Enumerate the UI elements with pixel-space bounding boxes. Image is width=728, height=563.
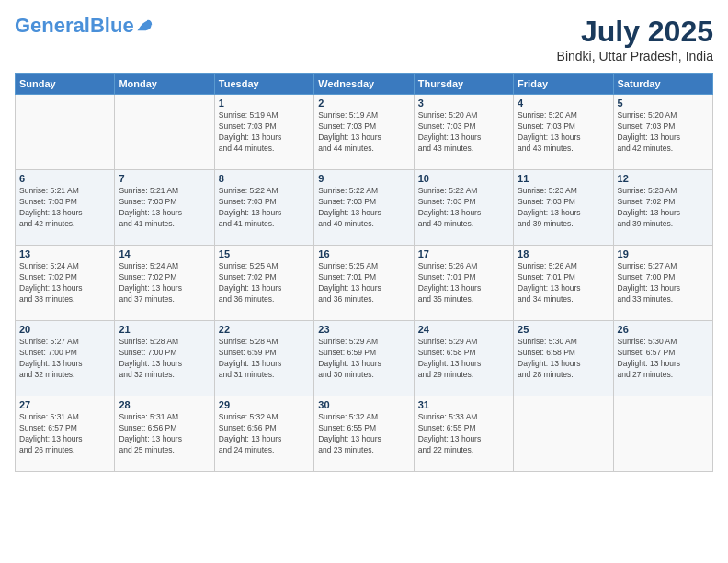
day-cell-22: 22Sunrise: 5:28 AMSunset: 6:59 PMDayligh… [214,321,313,396]
day-cell-6: 6Sunrise: 5:21 AMSunset: 7:03 PMDaylight… [16,170,115,246]
day-number: 7 [119,173,210,184]
day-cell-16: 16Sunrise: 5:25 AMSunset: 7:01 PMDayligh… [314,246,414,321]
weekday-wednesday: Wednesday [314,74,414,95]
weekday-monday: Monday [115,74,214,95]
day-cell-31: 31Sunrise: 5:33 AMSunset: 6:55 PMDayligh… [414,396,513,472]
day-cell-9: 9Sunrise: 5:22 AMSunset: 7:03 PMDaylight… [314,170,414,246]
empty-cell [115,95,214,170]
day-number: 22 [219,324,310,335]
day-info: Sunrise: 5:29 AMSunset: 6:58 PMDaylight:… [418,337,509,381]
logo-icon [136,17,153,34]
day-number: 20 [19,324,110,335]
header: GeneralBlue July 2025 Bindki, Uttar Prad… [15,15,713,63]
week-row-3: 13Sunrise: 5:24 AMSunset: 7:02 PMDayligh… [16,246,713,321]
weekday-tuesday: Tuesday [214,74,313,95]
day-number: 25 [518,324,609,335]
day-info: Sunrise: 5:21 AMSunset: 7:03 PMDaylight:… [119,186,210,230]
day-cell-1: 1Sunrise: 5:19 AMSunset: 7:03 PMDaylight… [214,95,313,170]
weekday-sunday: Sunday [16,74,115,95]
empty-cell [16,95,115,170]
logo: GeneralBlue [15,15,153,37]
day-info: Sunrise: 5:20 AMSunset: 7:03 PMDaylight:… [518,110,609,155]
day-number: 31 [418,399,509,410]
day-number: 3 [418,98,509,109]
day-cell-12: 12Sunrise: 5:23 AMSunset: 7:02 PMDayligh… [613,170,712,246]
day-cell-11: 11Sunrise: 5:23 AMSunset: 7:03 PMDayligh… [514,170,613,246]
day-info: Sunrise: 5:23 AMSunset: 7:03 PMDaylight:… [518,186,609,230]
day-cell-30: 30Sunrise: 5:32 AMSunset: 6:55 PMDayligh… [314,396,414,472]
day-cell-20: 20Sunrise: 5:27 AMSunset: 7:00 PMDayligh… [16,321,115,396]
empty-cell [514,396,613,472]
day-info: Sunrise: 5:32 AMSunset: 6:55 PMDaylight:… [318,412,409,456]
day-info: Sunrise: 5:25 AMSunset: 7:01 PMDaylight:… [318,261,409,305]
day-number: 8 [219,173,310,184]
day-info: Sunrise: 5:28 AMSunset: 7:00 PMDaylight:… [119,337,210,381]
day-info: Sunrise: 5:24 AMSunset: 7:02 PMDaylight:… [119,261,210,305]
location: Bindki, Uttar Pradesh, India [557,49,713,63]
day-info: Sunrise: 5:27 AMSunset: 7:00 PMDaylight:… [19,337,110,381]
weekday-friday: Friday [514,74,613,95]
day-info: Sunrise: 5:19 AMSunset: 7:03 PMDaylight:… [219,110,310,155]
day-number: 24 [418,324,509,335]
day-info: Sunrise: 5:30 AMSunset: 6:57 PMDaylight:… [618,337,709,381]
weekday-header-row: SundayMondayTuesdayWednesdayThursdayFrid… [16,74,713,95]
day-info: Sunrise: 5:30 AMSunset: 6:58 PMDaylight:… [518,337,609,381]
day-info: Sunrise: 5:27 AMSunset: 7:00 PMDaylight:… [618,261,709,305]
week-row-2: 6Sunrise: 5:21 AMSunset: 7:03 PMDaylight… [16,170,713,246]
day-cell-10: 10Sunrise: 5:22 AMSunset: 7:03 PMDayligh… [414,170,513,246]
day-number: 14 [119,248,210,259]
day-info: Sunrise: 5:22 AMSunset: 7:03 PMDaylight:… [318,186,409,230]
week-row-5: 27Sunrise: 5:31 AMSunset: 6:57 PMDayligh… [16,396,713,472]
day-cell-18: 18Sunrise: 5:26 AMSunset: 7:01 PMDayligh… [514,246,613,321]
day-cell-25: 25Sunrise: 5:30 AMSunset: 6:58 PMDayligh… [514,321,613,396]
title-block: July 2025 Bindki, Uttar Pradesh, India [557,15,713,63]
day-cell-19: 19Sunrise: 5:27 AMSunset: 7:00 PMDayligh… [613,246,712,321]
day-number: 9 [318,173,409,184]
week-row-1: 1Sunrise: 5:19 AMSunset: 7:03 PMDaylight… [16,95,713,170]
day-cell-15: 15Sunrise: 5:25 AMSunset: 7:02 PMDayligh… [214,246,313,321]
day-number: 5 [618,98,709,109]
day-info: Sunrise: 5:28 AMSunset: 6:59 PMDaylight:… [219,337,310,381]
day-number: 28 [119,399,210,410]
day-number: 11 [518,173,609,184]
day-info: Sunrise: 5:31 AMSunset: 6:57 PMDaylight:… [19,412,110,456]
day-info: Sunrise: 5:31 AMSunset: 6:56 PMDaylight:… [119,412,210,456]
day-number: 12 [618,173,709,184]
day-cell-17: 17Sunrise: 5:26 AMSunset: 7:01 PMDayligh… [414,246,513,321]
day-number: 4 [518,98,609,109]
day-info: Sunrise: 5:26 AMSunset: 7:01 PMDaylight:… [518,261,609,305]
day-info: Sunrise: 5:25 AMSunset: 7:02 PMDaylight:… [219,261,310,305]
day-cell-27: 27Sunrise: 5:31 AMSunset: 6:57 PMDayligh… [16,396,115,472]
day-info: Sunrise: 5:20 AMSunset: 7:03 PMDaylight:… [618,110,709,155]
day-cell-21: 21Sunrise: 5:28 AMSunset: 7:00 PMDayligh… [115,321,214,396]
day-number: 15 [219,248,310,259]
day-number: 30 [318,399,409,410]
day-number: 27 [19,399,110,410]
day-cell-8: 8Sunrise: 5:22 AMSunset: 7:03 PMDaylight… [214,170,313,246]
day-cell-5: 5Sunrise: 5:20 AMSunset: 7:03 PMDaylight… [613,95,712,170]
day-number: 2 [318,98,409,109]
day-cell-7: 7Sunrise: 5:21 AMSunset: 7:03 PMDaylight… [115,170,214,246]
day-number: 16 [318,248,409,259]
weekday-thursday: Thursday [414,74,513,95]
day-number: 18 [518,248,609,259]
day-number: 23 [318,324,409,335]
day-cell-3: 3Sunrise: 5:20 AMSunset: 7:03 PMDaylight… [414,95,513,170]
day-cell-14: 14Sunrise: 5:24 AMSunset: 7:02 PMDayligh… [115,246,214,321]
day-info: Sunrise: 5:20 AMSunset: 7:03 PMDaylight:… [418,110,509,155]
empty-cell [613,396,712,472]
page: GeneralBlue July 2025 Bindki, Uttar Prad… [0,0,728,563]
day-number: 6 [19,173,110,184]
day-info: Sunrise: 5:24 AMSunset: 7:02 PMDaylight:… [19,261,110,305]
day-number: 13 [19,248,110,259]
day-number: 17 [418,248,509,259]
logo-line2: Blue [90,14,134,37]
day-cell-2: 2Sunrise: 5:19 AMSunset: 7:03 PMDaylight… [314,95,414,170]
weekday-saturday: Saturday [613,74,712,95]
day-info: Sunrise: 5:29 AMSunset: 6:59 PMDaylight:… [318,337,409,381]
day-cell-26: 26Sunrise: 5:30 AMSunset: 6:57 PMDayligh… [613,321,712,396]
day-cell-13: 13Sunrise: 5:24 AMSunset: 7:02 PMDayligh… [16,246,115,321]
day-cell-23: 23Sunrise: 5:29 AMSunset: 6:59 PMDayligh… [314,321,414,396]
day-info: Sunrise: 5:21 AMSunset: 7:03 PMDaylight:… [19,186,110,230]
day-info: Sunrise: 5:22 AMSunset: 7:03 PMDaylight:… [219,186,310,230]
